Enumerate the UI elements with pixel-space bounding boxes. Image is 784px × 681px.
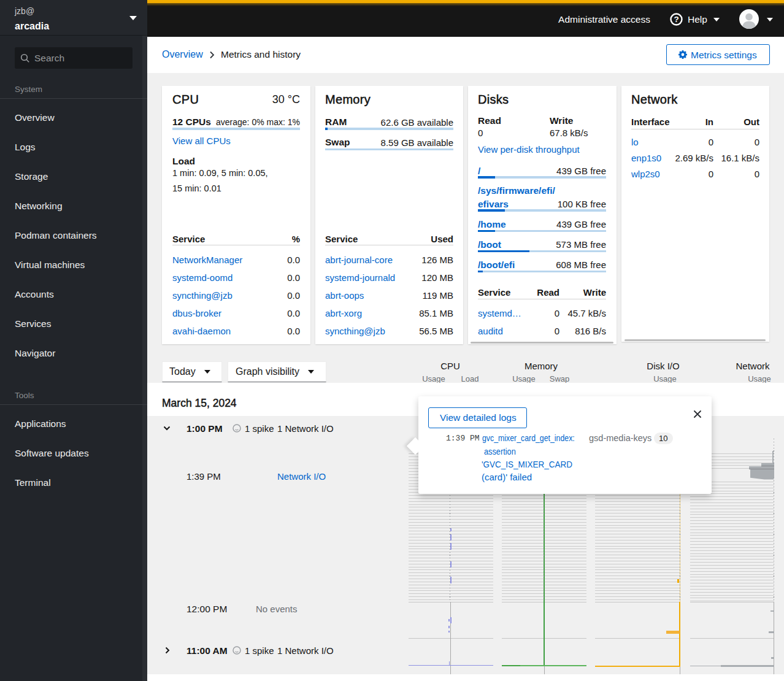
svg-text:?: ? xyxy=(674,15,678,24)
